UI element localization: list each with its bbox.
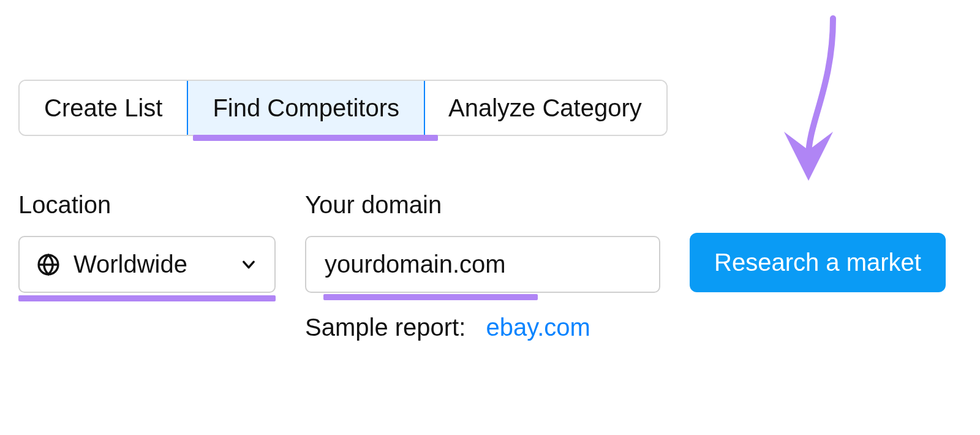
location-label: Location	[18, 191, 276, 219]
tab-create-list[interactable]: Create List	[20, 81, 188, 135]
highlight-underline-tab	[193, 135, 438, 141]
highlight-underline-domain	[323, 294, 538, 300]
tab-analyze-category[interactable]: Analyze Category	[424, 81, 666, 135]
highlight-underline-location	[18, 295, 276, 301]
globe-icon	[37, 253, 60, 276]
location-dropdown[interactable]: Worldwide	[18, 236, 276, 293]
domain-label: Your domain	[305, 191, 660, 219]
research-market-button[interactable]: Research a market	[690, 233, 946, 292]
tabs-group: Create List Find Competitors Analyze Cat…	[18, 80, 668, 136]
domain-input[interactable]	[305, 236, 660, 293]
tab-find-competitors[interactable]: Find Competitors	[187, 80, 425, 136]
location-value: Worldwide	[74, 251, 187, 278]
annotation-arrow-icon	[741, 12, 864, 196]
chevron-down-icon	[240, 256, 257, 273]
sample-report-link[interactable]: ebay.com	[486, 314, 590, 341]
sample-report-label: Sample report:	[305, 314, 466, 341]
